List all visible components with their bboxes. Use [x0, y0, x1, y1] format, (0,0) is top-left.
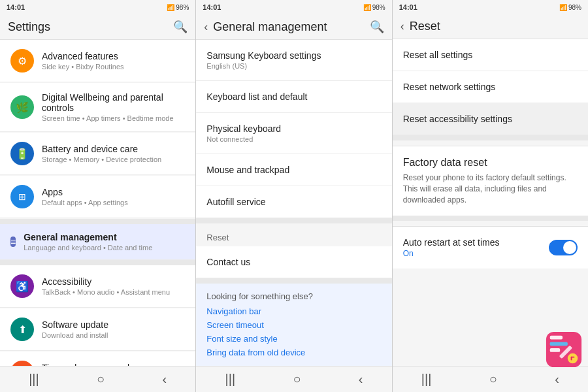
list-item[interactable]: ⚙ Advanced features Side key • Bixby Rou…: [0, 40, 195, 82]
wellbeing-sub: Screen time • App timers • Bedtime mode: [42, 114, 185, 122]
gm-icon: ≡: [10, 237, 16, 247]
software-icon: ⬆: [10, 318, 34, 341]
mouse-trackpad-title: Mouse and trackpad: [206, 165, 381, 175]
auto-restart-text: Auto restart at set times On: [403, 237, 500, 258]
battery-title: Battery and device care: [42, 144, 161, 154]
svg-point-5: [568, 353, 578, 363]
advanced-title: Advanced features: [42, 51, 124, 61]
nav-back-icon-2[interactable]: ‹: [359, 372, 363, 387]
wellbeing-icon: 🌿: [10, 95, 34, 119]
nav-menu-icon-2[interactable]: |||: [225, 372, 235, 387]
accessibility-title: Accessibility: [42, 276, 170, 287]
divider: [0, 260, 195, 265]
reset-header: ‹ Reset: [393, 14, 588, 39]
factory-reset-title: Factory data reset: [403, 157, 578, 169]
advanced-icon: ⚙: [10, 49, 34, 73]
screen-timeout-link[interactable]: Screen timeout: [206, 320, 381, 330]
list-item[interactable]: ⊞ Apps Default apps • App settings: [0, 176, 195, 218]
reset-network-title: Reset network settings: [403, 82, 578, 92]
battery-3: 98%: [568, 4, 581, 11]
nav-home-icon[interactable]: ○: [97, 372, 105, 387]
gm-title: General management: [24, 232, 152, 242]
reset-all-settings-item[interactable]: Reset all settings: [393, 39, 588, 71]
samsung-keyboard-title: Samsung Keyboard settings: [206, 50, 381, 61]
status-icons-3: 📶 98%: [559, 4, 581, 11]
contact-us-title: Contact us: [206, 257, 381, 267]
battery-sub: Storage • Memory • Device protection: [42, 155, 161, 163]
panel-general-management: 14:01 📶 98% ‹ General management 🔍 Samsu…: [196, 0, 392, 392]
tools-icon-decoration: [545, 331, 583, 368]
reset-network-item[interactable]: Reset network settings: [393, 71, 588, 103]
battery-1: 98%: [176, 4, 189, 11]
list-item[interactable]: ♿ Accessibility TalkBack • Mono audio • …: [0, 265, 195, 308]
nav-back-icon-3[interactable]: ‹: [555, 372, 559, 387]
settings-menu: ⚙ Advanced features Side key • Bixby Rou…: [0, 40, 195, 366]
accessibility-icon: ♿: [10, 274, 34, 298]
advanced-sub: Side key • Bixby Routines: [42, 63, 124, 71]
list-item[interactable]: ⬆ Software update Download and install: [0, 308, 195, 351]
settings-header: Settings 🔍: [0, 14, 195, 40]
advanced-text: Advanced features Side key • Bixby Routi…: [42, 51, 124, 71]
back-button-3[interactable]: ‹: [400, 20, 404, 33]
settings-title: Settings: [8, 20, 50, 34]
status-bar-3: 14:01 📶 98%: [393, 0, 588, 14]
physical-keyboard-item[interactable]: Physical keyboard Not connected: [196, 113, 391, 154]
status-bar-2: 14:01 📶 98%: [196, 0, 391, 14]
wellbeing-text: Digital Wellbeing and parental controls …: [42, 92, 185, 122]
svg-rect-3: [550, 348, 560, 352]
autofill-item[interactable]: Autofill service: [196, 186, 391, 218]
battery-2: 98%: [372, 4, 385, 11]
divider-4: [393, 135, 588, 140]
battery-icon: 🔋: [10, 142, 34, 165]
status-bar-1: 14:01 📶 98%: [0, 0, 195, 14]
reset-menu: Reset all settings Reset network setting…: [393, 39, 588, 366]
reset-accessibility-item[interactable]: Reset accessibility settings: [393, 103, 588, 135]
gm-sub: Language and keyboard • Date and time: [24, 244, 152, 252]
apps-icon: ⊞: [10, 185, 34, 208]
search-icon-1[interactable]: 🔍: [173, 20, 188, 34]
gm-menu: Samsung Keyboard settings English (US) K…: [196, 40, 391, 366]
auto-restart-sub: On: [403, 249, 500, 258]
battery-text: Battery and device care Storage • Memory…: [42, 144, 161, 163]
reset-section-header: Reset: [196, 223, 391, 246]
accessibility-text: Accessibility TalkBack • Mono audio • As…: [42, 276, 170, 296]
bring-data-link[interactable]: Bring data from old device: [206, 348, 381, 357]
bottom-nav-2: ||| ○ ‹: [196, 366, 391, 392]
time-1: 14:01: [7, 3, 25, 11]
apps-sub: Default apps • App settings: [42, 199, 128, 206]
nav-menu-icon-3[interactable]: |||: [421, 372, 432, 387]
nav-bar-link[interactable]: Navigation bar: [206, 306, 381, 316]
status-icons-1: 📶 98%: [167, 4, 189, 11]
svg-rect-2: [550, 342, 568, 346]
gm-header: ‹ General management 🔍: [196, 14, 391, 40]
divider-3: [196, 278, 391, 284]
software-sub: Download and install: [42, 331, 108, 339]
accessibility-sub: TalkBack • Mono audio • Assistant menu: [42, 288, 170, 296]
panel-settings: 14:01 📶 98% Settings 🔍 ⚙ Advanced featur…: [0, 0, 196, 392]
auto-restart-title: Auto restart at set times: [403, 237, 500, 248]
divider-5: [393, 216, 588, 221]
nav-home-icon-2[interactable]: ○: [293, 372, 301, 387]
svg-rect-7: [571, 357, 575, 358]
contact-us-item[interactable]: Contact us: [196, 246, 391, 278]
nav-menu-icon[interactable]: |||: [29, 372, 39, 387]
mouse-trackpad-item[interactable]: Mouse and trackpad: [196, 154, 391, 186]
list-item[interactable]: 🔋 Battery and device care Storage • Memo…: [0, 133, 195, 175]
back-button-2[interactable]: ‹: [204, 20, 208, 34]
list-item[interactable]: 🌿 Digital Wellbeing and parental control…: [0, 83, 195, 132]
factory-reset-section[interactable]: Factory data reset Reset your phone to i…: [393, 146, 588, 216]
keyboard-list-item[interactable]: Keyboard list and default: [196, 81, 391, 113]
auto-restart-item[interactable]: Auto restart at set times On: [393, 226, 588, 269]
time-2: 14:01: [203, 3, 221, 11]
nav-home-icon-3[interactable]: ○: [489, 372, 497, 387]
factory-reset-desc: Reset your phone to its factory default …: [403, 172, 578, 205]
list-item[interactable]: 💡 Tips and user manual Useful tips • New…: [0, 351, 195, 366]
wifi-icon-3: 📶: [559, 4, 567, 11]
samsung-keyboard-item[interactable]: Samsung Keyboard settings English (US): [196, 40, 391, 81]
keyboard-list-title: Keyboard list and default: [206, 91, 381, 102]
auto-restart-toggle[interactable]: [549, 240, 578, 255]
font-size-link[interactable]: Font size and style: [206, 334, 381, 344]
search-icon-2[interactable]: 🔍: [370, 20, 384, 34]
nav-back-icon[interactable]: ‹: [162, 372, 167, 387]
general-management-item[interactable]: ≡ General management Language and keyboa…: [0, 224, 195, 260]
